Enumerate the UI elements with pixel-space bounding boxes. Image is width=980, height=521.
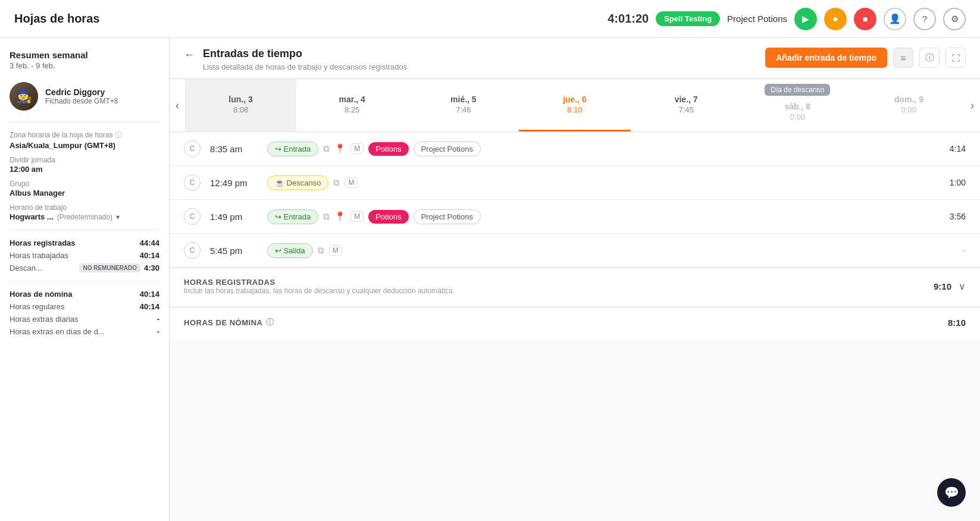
entry-type-1[interactable]: ☕ Descanso — [267, 175, 328, 190]
back-button[interactable]: ← — [184, 49, 195, 61]
registered-summary-subtitle: Incluir las horas trabajadas, las horas … — [184, 287, 455, 295]
play-button[interactable]: ▶ — [794, 8, 817, 30]
entry-copy-icon-1[interactable]: ⧉ — [333, 177, 340, 188]
entry-row-1: C 12:49 pm ☕ Descanso ⧉ M 1:00 — [170, 166, 980, 200]
stop-button[interactable]: ■ — [854, 8, 876, 30]
help-icon[interactable]: ? — [913, 8, 936, 30]
registered-summary-value: 9:10 — [934, 281, 951, 291]
group-value: Albus Manager — [10, 189, 159, 197]
day-tab-6[interactable]: dom., 9 0:00 — [853, 79, 965, 131]
entry-duration-2: 3:56 — [936, 212, 966, 221]
entry-time-1: 12:49 pm — [210, 178, 258, 188]
timezone-label: Zona horaria de la hoja de horas ⓘ — [10, 130, 159, 140]
registered-summary: HORAS REGISTRADAS Incluir las horas trab… — [170, 268, 980, 307]
entry-type-0[interactable]: ↪ Entrada — [267, 142, 318, 156]
schedule-dropdown[interactable]: ▾ — [116, 213, 120, 221]
content-subtitle: Lista detallada de horas de trabajo y de… — [203, 62, 407, 71]
split-day-label: Dividir jornada — [10, 156, 159, 164]
day-tab-5[interactable]: Día de descanso sáb., 8 0:00 — [742, 79, 853, 131]
entry-time-3: 5:45 pm — [210, 246, 258, 256]
daily-extra-label: Horas extras diarias — [10, 315, 79, 324]
registered-chevron[interactable]: ∨ — [959, 281, 966, 292]
entry-location-icon-0[interactable]: 📍 — [334, 143, 346, 154]
weekend-extra-value: - — [157, 327, 159, 336]
day-tab-hours-5: 0:00 — [790, 112, 805, 121]
break-value: 4:30 — [144, 263, 159, 272]
timezone-value: Asia/Kuala_Lumpur (GMT+8) — [10, 141, 159, 150]
entry-m-icon-3[interactable]: M — [329, 245, 342, 256]
day-tab-3[interactable]: jue., 6 8:10 — [519, 79, 630, 131]
day-tab-4[interactable]: vie., 7 7:45 — [631, 79, 742, 131]
group-label: Grupo — [10, 180, 159, 188]
entry-copy-icon-2[interactable]: ⧉ — [323, 211, 330, 222]
day-tab-2[interactable]: mié., 5 7:46 — [408, 79, 519, 131]
entry-copy-icon-0[interactable]: ⧉ — [323, 143, 330, 154]
break-label: Descan... — [10, 263, 42, 272]
worked-label: Horas trabajadas — [10, 251, 68, 260]
entry-badge-1: C — [184, 174, 201, 191]
entry-copy-icon-3[interactable]: ⧉ — [318, 245, 324, 256]
day-tab-name-2: mié., 5 — [450, 95, 477, 104]
entry-tag-project-0[interactable]: Project Potions — [414, 142, 481, 156]
daily-extra-value: - — [157, 315, 159, 324]
timer-display: 4:01:20 — [608, 12, 649, 26]
chat-bubble[interactable]: 💬 — [937, 478, 966, 507]
entry-time-0: 8:35 am — [210, 144, 258, 154]
day-tab-0[interactable]: lun., 3 8:08 — [185, 79, 296, 131]
entry-row-0: C 8:35 am ↪ Entrada ⧉ 📍 M Potions Projec… — [170, 132, 980, 166]
payroll-value: 40:14 — [140, 290, 159, 299]
weekend-extra-label: Horas extras en días de d... — [10, 327, 105, 336]
avatar: 🧙 — [10, 82, 38, 111]
entry-location-icon-2[interactable]: 📍 — [334, 211, 346, 222]
prev-day-button[interactable]: ‹ — [170, 79, 185, 131]
day-tab-hours-6: 0:00 — [901, 105, 916, 114]
registered-label: Horas registradas — [10, 238, 76, 247]
add-entry-button[interactable]: Añadir entrada de tiempo — [765, 48, 887, 68]
entry-m-icon-1[interactable]: M — [345, 177, 358, 188]
entry-row-2: C 1:49 pm ↪ Entrada ⧉ 📍 M Potions Projec… — [170, 200, 980, 234]
day-tab-hours-3: 8:10 — [567, 105, 582, 114]
schedule-label: Horario de trabajo — [10, 203, 159, 212]
coin-button[interactable]: ● — [824, 8, 847, 30]
active-project-label: Project Potions — [727, 14, 787, 24]
entry-tag-potions-0[interactable]: Potions — [368, 142, 408, 156]
next-day-button[interactable]: › — [965, 79, 980, 131]
entry-type-3[interactable]: ↩ Salida — [267, 243, 313, 258]
schedule-default: (Predeterminado) — [57, 213, 112, 221]
regular-value: 40:14 — [140, 302, 159, 311]
settings-icon[interactable]: ⚙ — [943, 8, 966, 30]
entry-tag-potions-2[interactable]: Potions — [368, 210, 408, 224]
active-task-badge[interactable]: Spell Testing — [656, 11, 720, 26]
day-tab-name-5: sáb., 8 — [784, 102, 810, 111]
schedule-value: Hogwarts ... — [10, 212, 54, 221]
day-tab-1[interactable]: mar., 4 8:25 — [296, 79, 408, 131]
expand-icon[interactable]: ⛶ — [945, 48, 966, 68]
entry-duration-1: 1:00 — [936, 178, 966, 187]
entry-tag-project-2[interactable]: Project Potions — [414, 209, 481, 224]
day-tab-hours-0: 8:08 — [233, 105, 248, 114]
date-range: 3 feb. - 9 feb. — [10, 61, 159, 70]
entry-time-2: 1:49 pm — [210, 212, 258, 222]
payroll-summary: HORAS DE NÓMINA ⓘ 8:10 — [170, 307, 980, 340]
day-tab-name-6: dom., 9 — [894, 95, 923, 104]
entry-dash-3: - — [936, 246, 966, 255]
weekly-summary-title: Resumen semanal — [10, 50, 159, 60]
user-icon[interactable]: 👤 — [884, 8, 906, 30]
registered-summary-title: HORAS REGISTRADAS — [184, 278, 455, 287]
app-title: Hojas de horas — [14, 12, 99, 26]
entry-m-icon-0[interactable]: M — [350, 143, 364, 154]
entry-m-icon-2[interactable]: M — [350, 211, 364, 222]
regular-label: Horas regulares — [10, 302, 65, 311]
content-title: Entradas de tiempo — [203, 48, 407, 60]
entry-type-2[interactable]: ↪ Entrada — [267, 209, 318, 224]
entry-duration-0: 4:14 — [936, 144, 966, 153]
info-icon[interactable]: ⓘ — [919, 48, 940, 68]
list-view-icon[interactable]: ≡ — [893, 48, 913, 68]
payroll-label: Horas de nómina — [10, 290, 72, 299]
registered-value: 44:44 — [140, 238, 159, 247]
user-status: Fichado desde GMT+8 — [45, 97, 118, 105]
day-tab-name-4: vie., 7 — [675, 95, 698, 104]
payroll-summary-value: 8:10 — [948, 318, 966, 328]
worked-value: 40:14 — [140, 251, 159, 260]
payroll-summary-title: HORAS DE NÓMINA ⓘ — [184, 317, 274, 328]
